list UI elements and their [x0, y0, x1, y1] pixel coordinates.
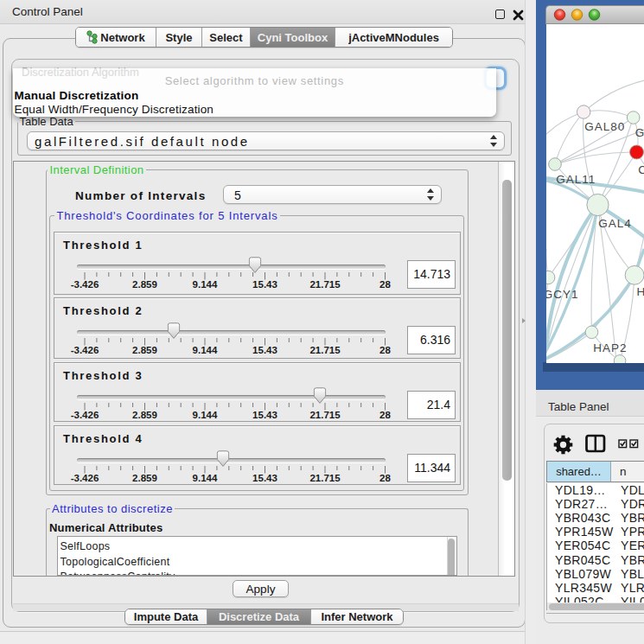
svg-text:GA: GA — [634, 126, 643, 139]
svg-text:GAL80: GAL80 — [584, 120, 625, 133]
svg-text:HAP2: HAP2 — [593, 341, 627, 354]
svg-text:GAL4: GAL4 — [598, 217, 631, 230]
svg-text:C: C — [638, 164, 644, 177]
svg-text:H: H — [636, 285, 644, 298]
svg-text:GAL11: GAL11 — [556, 173, 596, 186]
svg-text:GCY1: GCY1 — [546, 288, 578, 301]
